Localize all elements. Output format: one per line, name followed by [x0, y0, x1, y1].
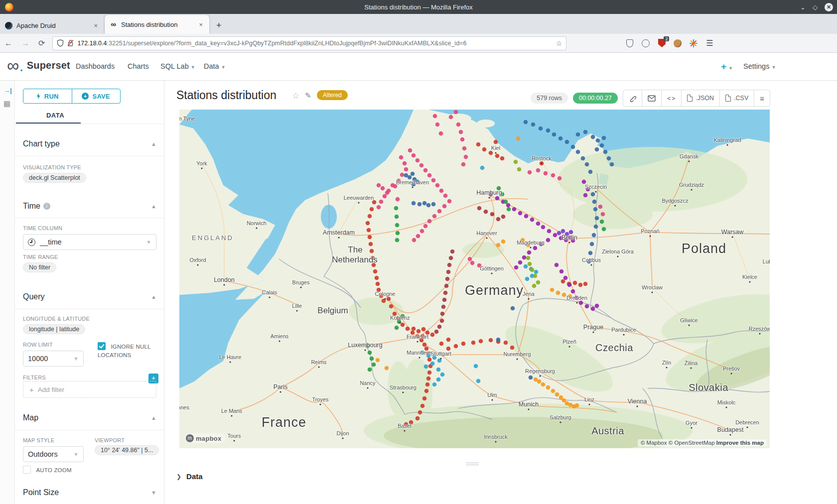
scatter-point[interactable] [522, 255, 527, 260]
scatter-point[interactable] [576, 132, 580, 137]
scatter-point[interactable] [435, 183, 440, 188]
url-bar[interactable]: 172.18.0.4:32251/superset/explore/?form_… [52, 36, 566, 50]
section-time[interactable]: Timei▲ [23, 202, 156, 211]
scatter-point[interactable] [426, 354, 431, 358]
scatter-point[interactable] [574, 296, 579, 300]
scatter-point[interactable] [432, 382, 437, 387]
section-point-size[interactable]: Point Size▼ [23, 488, 156, 497]
edit-title-icon[interactable]: ✎ [305, 91, 311, 100]
scatter-point[interactable] [591, 307, 595, 311]
scatter-point[interactable] [416, 234, 420, 239]
scatter-point[interactable] [437, 209, 442, 214]
scatter-point[interactable] [446, 270, 451, 274]
scatter-point[interactable] [534, 270, 539, 274]
scatter-point[interactable] [442, 298, 447, 302]
scatter-point[interactable] [593, 207, 598, 212]
scatter-point[interactable] [571, 239, 575, 243]
scatter-point[interactable] [489, 151, 493, 155]
viewport-value[interactable]: 10° 24' 49.86" | 5... [95, 445, 159, 455]
scatter-point[interactable] [376, 358, 380, 363]
scatter-point[interactable] [444, 284, 449, 288]
scatter-point[interactable] [552, 132, 557, 137]
pocket-shield-icon[interactable] [625, 39, 634, 48]
scatter-point[interactable] [456, 123, 461, 127]
nav-add-button[interactable]: +▼ [721, 61, 733, 72]
scatter-point[interactable] [395, 326, 399, 330]
scatter-point[interactable] [489, 192, 493, 197]
scatter-point[interactable] [470, 261, 475, 265]
scatter-point[interactable] [559, 236, 563, 241]
scatter-point[interactable] [445, 277, 450, 281]
scatter-point[interactable] [563, 276, 568, 280]
close-tab-icon[interactable]: × [92, 22, 99, 29]
scatter-point[interactable] [489, 338, 493, 343]
scatter-point[interactable] [524, 264, 528, 269]
scatter-point[interactable] [578, 283, 583, 287]
scatter-point[interactable] [383, 194, 387, 199]
scatter-point[interactable] [484, 210, 488, 214]
scatter-point[interactable] [367, 228, 371, 233]
embed-code-button[interactable]: <> [662, 90, 682, 106]
scatter-point[interactable] [461, 162, 466, 167]
scatter-point[interactable] [420, 229, 424, 234]
tab-stations-distribution[interactable]: ∞ Stations distribution × [105, 15, 209, 34]
scatter-point[interactable] [404, 422, 409, 427]
mapbox-logo[interactable]: m mapbox [184, 433, 226, 443]
scatter-point[interactable] [567, 283, 572, 287]
ublock-icon[interactable]: 2 [657, 39, 666, 48]
checkbox-unchecked-icon[interactable] [23, 466, 31, 474]
scatter-point[interactable] [587, 259, 591, 264]
nav-data[interactable]: Data▼ [204, 62, 226, 70]
scatter-point[interactable] [592, 233, 596, 238]
scatter-point[interactable] [565, 140, 569, 144]
section-query[interactable]: Query▲ [23, 292, 156, 301]
scatter-point[interactable] [565, 232, 569, 237]
scatter-point[interactable] [397, 179, 401, 183]
scatter-point[interactable] [422, 201, 427, 206]
section-chart-type[interactable]: Chart type▲ [23, 139, 156, 148]
scatter-point[interactable] [518, 260, 523, 265]
scatter-point[interactable] [571, 289, 575, 294]
checkbox-checked-icon[interactable] [98, 342, 106, 350]
firefox-menu-icon[interactable]: ☰ [705, 39, 714, 48]
scatter-point[interactable] [533, 274, 538, 278]
scatter-point[interactable] [416, 334, 420, 339]
scatter-point[interactable] [372, 200, 377, 205]
new-tab-button[interactable]: + [209, 17, 229, 34]
scatter-point[interactable] [529, 376, 533, 380]
scatter-point[interactable] [443, 291, 448, 295]
scatter-point[interactable] [510, 346, 515, 350]
scatter-point[interactable] [420, 334, 425, 339]
scatter-point[interactable] [454, 344, 458, 349]
scatter-point[interactable] [408, 175, 412, 180]
scatter-point[interactable] [460, 137, 465, 142]
scatter-point[interactable] [539, 126, 543, 131]
bookmark-star-icon[interactable]: ☆ [556, 39, 562, 47]
cookie-extension-icon[interactable] [673, 39, 682, 48]
scatter-point[interactable] [446, 347, 451, 351]
viz-type-value[interactable]: deck.gl Scatterplot [23, 173, 86, 183]
scatter-point[interactable] [409, 420, 414, 425]
scatter-point[interactable] [427, 219, 432, 224]
scatter-point[interactable] [595, 304, 599, 308]
scatter-point[interactable] [550, 288, 555, 292]
scatter-point[interactable] [372, 263, 376, 267]
altered-badge[interactable]: Altered [317, 90, 348, 100]
scatter-point[interactable] [431, 178, 436, 183]
scatter-point[interactable] [551, 389, 556, 393]
scatter-point[interactable] [495, 154, 500, 158]
scatter-point[interactable] [396, 197, 400, 202]
deckgl-scatter-map[interactable]: on TyneYorkNorwichENGLANDOxfordLondonCal… [179, 110, 770, 448]
scatter-point[interactable] [524, 120, 528, 125]
scatter-point[interactable] [571, 145, 575, 149]
scatter-point[interactable] [588, 251, 593, 255]
insecure-lock-icon[interactable] [67, 39, 74, 47]
scatter-point[interactable] [541, 382, 546, 387]
favorite-star-icon[interactable]: ☆ [292, 91, 299, 101]
map-attribution[interactable]: © Mapbox © OpenStreetMap Improve this ma… [638, 439, 767, 446]
scatter-point[interactable] [559, 269, 564, 274]
scatter-point[interactable] [412, 201, 416, 206]
scatter-point[interactable] [583, 193, 588, 198]
scatter-point[interactable] [435, 123, 440, 127]
scatter-point[interactable] [496, 338, 501, 342]
